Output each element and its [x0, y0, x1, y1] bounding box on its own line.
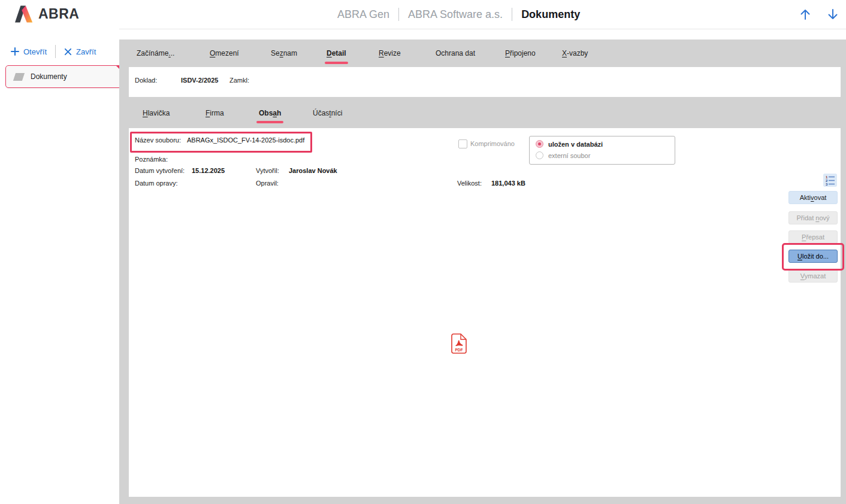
close-icon — [64, 48, 72, 56]
numbered-list-icon[interactable]: 1 2 3 — [823, 174, 837, 187]
size-value: 181,043 kB — [491, 180, 525, 187]
doklad-label: Doklad: — [135, 77, 157, 84]
subtab-firma[interactable]: Firma — [206, 109, 224, 117]
document-header-band: Doklad: ISDV-2/2025 Zamkl: — [129, 67, 841, 97]
app-header: ABRA ABRA Gen ABRA Software a.s. Dokumen… — [0, 0, 846, 29]
sidebar-actions-divider — [55, 45, 56, 58]
radio-icon-selected — [536, 140, 543, 148]
arrow-up-icon[interactable] — [798, 7, 812, 22]
subtab-ucastnici[interactable]: Účastníci — [313, 109, 342, 117]
main-tabs: Začínáme... Omezení Seznam Detail Revize… — [119, 40, 846, 67]
subtab-hlavicka[interactable]: Hlavička — [143, 109, 170, 117]
close-agenda-button[interactable]: Zavřít — [64, 47, 96, 56]
tab-pripojeno[interactable]: Připojeno — [505, 40, 536, 67]
tab-detail[interactable]: Detail — [327, 40, 346, 67]
delete-button[interactable]: Vymazat — [788, 269, 838, 283]
header-nav-arrows — [798, 7, 840, 22]
abra-logo: ABRA — [15, 5, 79, 23]
radio-external-file[interactable]: externí soubor — [536, 151, 590, 159]
open-agenda-label: Otevřít — [23, 47, 47, 56]
content-area: Název souboru: ABRAGx_ISDOC_FV-14-2025-i… — [129, 128, 841, 497]
open-agenda-button[interactable]: Otevřít — [11, 47, 47, 56]
radio-label-external: externí soubor — [548, 152, 590, 159]
breadcrumb-divider — [398, 8, 399, 21]
detail-subtabs: Hlavička Firma Obsah Účastníci — [119, 97, 846, 128]
file-name-label: Název souboru: — [135, 136, 181, 144]
breadcrumb-app: ABRA Gen — [337, 8, 389, 21]
tab-zaciname[interactable]: Začínáme... — [137, 40, 174, 67]
compressed-checkbox[interactable] — [458, 139, 467, 148]
main-panel: Začínáme... Omezení Seznam Detail Revize… — [119, 40, 846, 504]
abra-logo-icon — [15, 5, 34, 23]
doklad-value: ISDV-2/2025 — [181, 77, 218, 84]
modified-by-label: Opravil: — [256, 180, 279, 187]
sidebar-item-dokumenty[interactable]: Dokumenty — [5, 65, 125, 88]
breadcrumb-divider — [512, 8, 512, 21]
overwrite-button[interactable]: Přepsat — [788, 230, 838, 244]
pdf-badge-text: PDF — [455, 348, 463, 352]
created-date-label: Datum vytvoření: — [135, 167, 185, 174]
tab-x-vazby[interactable]: X-vazby — [562, 40, 588, 67]
close-agenda-label: Zavřít — [76, 47, 96, 56]
pdf-file-icon[interactable]: PDF — [451, 333, 467, 354]
storage-radio-group: uložen v databázi externí soubor — [529, 136, 675, 165]
sidebar-item-label: Dokumenty — [31, 72, 67, 81]
breadcrumb-agenda: Dokumenty — [521, 8, 580, 21]
subtab-obsah[interactable]: Obsah — [259, 109, 281, 117]
tab-revize[interactable]: Revize — [379, 40, 401, 67]
tab-omezeni[interactable]: Omezení — [210, 40, 239, 67]
file-name-value: ABRAGx_ISDOC_FV-14-2025-isdoc.pdf — [187, 136, 304, 144]
tab-seznam[interactable]: Seznam — [271, 40, 297, 67]
radio-stored-in-database[interactable]: uložen v databázi — [536, 140, 603, 148]
plus-icon — [11, 47, 19, 56]
sidebar-actions: Otevřít Zavřít — [11, 45, 96, 58]
save-to-button[interactable]: Uložit do... — [788, 250, 838, 263]
sidebar: Otevřít Zavřít Dokumenty — [0, 29, 119, 504]
arrow-down-icon[interactable] — [826, 7, 840, 22]
logo-wordmark: ABRA — [38, 6, 79, 22]
zamkl-label: Zamkl: — [229, 77, 249, 84]
agenda-icon — [13, 73, 25, 81]
add-new-button[interactable]: Přidat nový — [788, 211, 838, 224]
created-by-value: Jaroslav Novák — [289, 167, 337, 174]
created-by-label: Vytvořil: — [256, 167, 279, 174]
breadcrumb-company: ABRA Software a.s. — [408, 8, 503, 21]
abra-gen-window: ABRA ABRA Gen ABRA Software a.s. Dokumen… — [0, 0, 846, 504]
created-date-value: 15.12.2025 — [192, 167, 225, 174]
tab-ochrana-dat[interactable]: Ochrana dat — [436, 40, 475, 67]
modified-date-label: Datum opravy: — [135, 180, 178, 187]
window-title: ABRA Gen ABRA Software a.s. Dokumenty — [337, 0, 580, 29]
compressed-label: Komprimováno — [470, 140, 515, 147]
radio-label-database: uložen v databázi — [548, 141, 603, 148]
activate-button[interactable]: Aktivovat — [788, 191, 838, 204]
note-label: Poznámka: — [135, 156, 168, 163]
radio-icon-unselected — [536, 151, 543, 159]
size-label: Velikost: — [457, 180, 482, 187]
